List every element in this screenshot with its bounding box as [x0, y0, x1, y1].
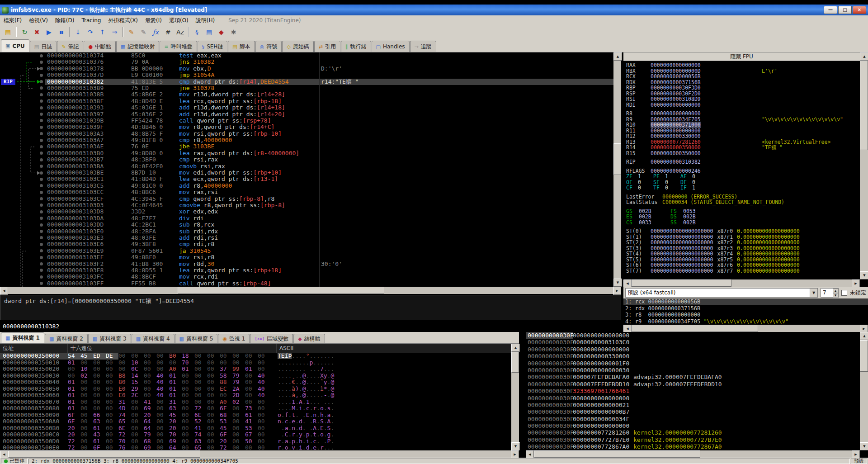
register-value[interactable]: 0000000000000000: [651, 102, 701, 108]
log-button[interactable]: ▤: [203, 27, 215, 38]
tab-dump-3[interactable]: ▦資料視窗 3: [88, 334, 131, 343]
spin-up-icon[interactable]: ▲: [833, 289, 838, 293]
menu-item[interactable]: 說明(H): [192, 16, 218, 24]
disasm-row[interactable]: 00000000003103BA48:0F42F0cmovb rsi,rax: [0, 163, 613, 170]
tab-seh-chain[interactable]: §SEH鏈: [198, 41, 228, 52]
dump-row[interactable]: 0000000000350010010000000010000000700000…: [0, 360, 511, 366]
scroll-up-icon[interactable]: ▲: [613, 52, 622, 61]
seh-button[interactable]: §: [191, 27, 203, 38]
fpu-register-row[interactable]: ST(7)00000000000000000000x87r70.00000000…: [626, 268, 860, 274]
disasm-row[interactable]: 00000000003103CC48:8BC6mov rax,rsi: [0, 189, 613, 195]
dump-row[interactable]: 00000000003500D0720061007000680069006300…: [0, 438, 511, 445]
stack-vertical-scrollbar[interactable]: ▲ ▼: [860, 332, 868, 450]
dump-row[interactable]: 0000000000350080010000004D00690063007200…: [0, 405, 511, 412]
disasm-row[interactable]: 00000000003103DD4C:2BC1sub r8,rcx: [0, 222, 613, 228]
disasm-row[interactable]: 00000000003103FFFF55 B8call qword ptr ss…: [0, 280, 613, 287]
disasm-row[interactable]: 00000000003103BE8B7D 10mov edi,dword ptr…: [0, 170, 613, 176]
disasm-row[interactable]: 00000000003103F241:B8 300mov r8d,3030:'0…: [0, 261, 613, 267]
disasm-row[interactable]: 000000000031039745:036E 2add r13d,dword …: [0, 111, 613, 118]
stack-row[interactable]: 000000000030F3180000000000000000: [526, 395, 860, 402]
spin-down-icon[interactable]: ▼: [833, 293, 838, 298]
disasm-row[interactable]: 000000000031037DE9 C80100jmp 31054A: [0, 72, 613, 78]
menu-item[interactable]: 檔案(F): [0, 16, 25, 24]
registers-panel[interactable]: 隱藏 FPU RAX0000000000000000RBX00000000000…: [623, 52, 860, 279]
dump-row[interactable]: 00000000003500A06E0063006500640020005200…: [0, 418, 511, 425]
scroll-down-icon[interactable]: ▼: [860, 442, 868, 450]
tab-source[interactable]: ◇原始碼: [282, 41, 313, 52]
tab-watch-1[interactable]: ◉監視 1: [218, 334, 250, 343]
pause-button[interactable]: ▮▮: [55, 27, 67, 38]
disasm-row[interactable]: 000000000031039345:036E 1add r13d,dword …: [0, 104, 613, 111]
disasm-vertical-scrollbar[interactable]: ▲ ▼: [613, 52, 621, 287]
stack-row[interactable]: 000000000030F348000000007727B7E0kernel32…: [526, 436, 860, 443]
scroll-down-icon[interactable]: ▼: [511, 442, 520, 450]
scroll-thumb[interactable]: [511, 352, 519, 373]
scroll-down-icon[interactable]: ▼: [860, 271, 868, 279]
stack-row[interactable]: 000000000030F2F80000000000000030: [526, 367, 860, 374]
menu-item[interactable]: 最愛(I): [142, 16, 165, 24]
scroll-left-icon[interactable]: ◀: [0, 287, 8, 295]
tab-call-stack[interactable]: ≡呼叫堆疊: [160, 41, 197, 52]
disasm-row[interactable]: 00000000003103C549:81C0 0add r8,40000000: [0, 183, 613, 189]
register-value[interactable]: 0000000000350000: [651, 150, 701, 156]
menu-item[interactable]: 檢視(V): [25, 16, 52, 24]
disasm-horizontal-scrollbar[interactable]: ◀ ▶: [0, 287, 621, 294]
menu-item[interactable]: 外掛程式(X): [104, 16, 142, 24]
disasm-row[interactable]: 00000000003103A749:81F8 0cmp r8,40000000: [0, 137, 613, 143]
stop-button[interactable]: ✖: [31, 27, 43, 38]
disasm-row[interactable]: 00000000003103E649:3BF8cmp rdi,r8: [0, 241, 613, 247]
scroll-track[interactable]: [860, 340, 868, 442]
hide-fpu-button[interactable]: 隱藏 FPU: [623, 52, 860, 61]
disasm-row[interactable]: 000000000031037485C0test eax,eax: [0, 52, 613, 59]
maximize-button[interactable]: □: [838, 6, 852, 14]
registers-horizontal-scrollbar[interactable]: ◀ ▶: [623, 279, 860, 287]
argument-row[interactable]: 1: rcx 000000000000056B: [623, 298, 868, 305]
scroll-track[interactable]: [8, 450, 511, 458]
dump-row[interactable]: 0000000000350040010000008015004001000000…: [0, 379, 511, 386]
scroll-track[interactable]: [632, 279, 852, 287]
dump-row[interactable]: 000000000035002000100000000C0000A0010000…: [0, 366, 511, 373]
disasm-row[interactable]: 00000000003103DA48:F7F7div rdi: [0, 215, 613, 222]
dump-row[interactable]: 00000000003500906F0066007400200045006E00…: [0, 412, 511, 419]
menu-item[interactable]: 選項(O): [165, 16, 192, 24]
tab-cpu[interactable]: ▣CPU: [1, 39, 29, 52]
disasm-row[interactable]: 000000000031038975 EDjne 310378: [0, 85, 613, 91]
argument-count-spinner[interactable]: 7 ▲▼: [821, 288, 839, 298]
tab-threads[interactable]: ∥執行緒: [341, 41, 371, 52]
argument-row[interactable]: 4: r9 000000000034F705 "\v\v\v\v\v\v\v\v…: [623, 318, 868, 325]
run-button[interactable]: ▶: [43, 27, 55, 38]
stack-row[interactable]: 000000000030F2F000000000000001F0: [526, 360, 860, 367]
flags-row[interactable]: CF0TF0IF1: [626, 185, 860, 191]
dump-row[interactable]: 00000000003500005445EDDE00000000B0180000…: [0, 353, 511, 360]
stack-view[interactable]: 000000000030F2D0000000000000000000000000…: [526, 332, 860, 450]
scroll-up-icon[interactable]: ▲: [511, 344, 520, 352]
step-over-button[interactable]: ↷: [84, 27, 96, 38]
argument-row[interactable]: 3: r8 0000000000000000: [623, 312, 868, 318]
scroll-right-icon[interactable]: ▶: [613, 287, 621, 295]
stack-row[interactable]: 000000000030F3400000000077281260kernel32…: [526, 429, 860, 436]
fx-button[interactable]: ƒx: [150, 27, 162, 38]
shield-button[interactable]: ◆: [215, 27, 227, 38]
disasm-row[interactable]: 00000000003103FC48:8BCFmov rcx,rdi: [0, 274, 613, 280]
register-row-r15[interactable]: R150000000000350000: [626, 151, 860, 156]
disasm-row[interactable]: 00000000003103CF4C:3945 Fcmp qword ptr s…: [0, 196, 613, 202]
disasm-row[interactable]: 000000000031039F4D:8B46 0mov r8,qword pt…: [0, 124, 613, 130]
tab-references[interactable]: ⇄引用: [314, 41, 340, 52]
layout-preset-box[interactable]: 預設: [851, 459, 867, 464]
tab-handles[interactable]: ▢Handles: [372, 41, 410, 52]
scroll-track[interactable]: [8, 287, 613, 294]
scroll-track[interactable]: [511, 352, 519, 442]
scroll-track[interactable]: [632, 325, 860, 332]
patch-button[interactable]: ✎: [137, 27, 150, 38]
stack-row[interactable]: 000000000030F35000000000772867A0kernel32…: [526, 443, 860, 450]
disasm-row[interactable]: 00000000003103A348:8B75 Fmov rsi,qword p…: [0, 131, 613, 137]
stack-row[interactable]: 000000000030F330000000000000034F: [526, 416, 860, 422]
stack-horizontal-scrollbar[interactable]: ◀ ▶: [526, 450, 860, 458]
tab-struct[interactable]: ◆結構體: [293, 334, 325, 343]
chevron-down-icon[interactable]: ▼: [810, 289, 817, 297]
dump-row[interactable]: 00000000003500C0200043007200790070007400…: [0, 431, 511, 438]
open-file-button[interactable]: ▤: [2, 27, 14, 38]
segment-row[interactable]: ES002BDS002B: [626, 214, 860, 220]
scroll-thumb[interactable]: [613, 143, 621, 175]
stack-row[interactable]: 000000000030F2E00000000000000000: [526, 346, 860, 353]
